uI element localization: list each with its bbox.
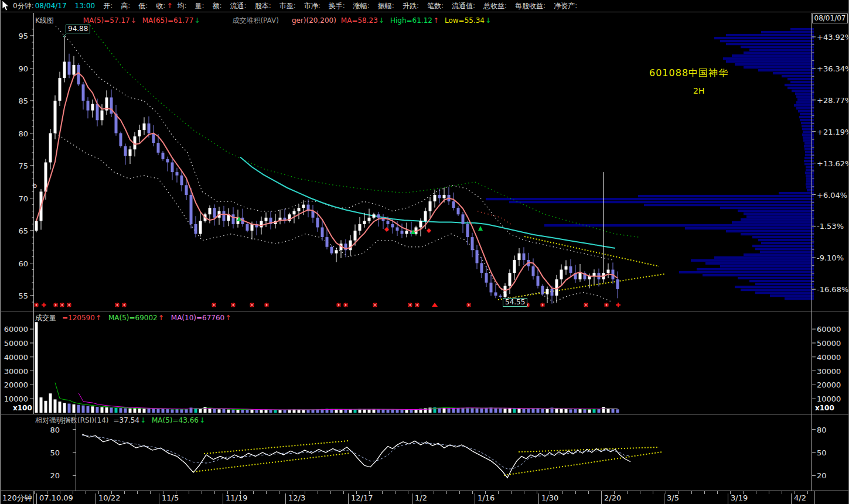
time-axis-date: 3/19 [728,493,748,504]
time-axis-date: 3/5 [664,493,679,504]
quote-field-label: 涨幅: [353,1,370,11]
quote-date: 08/04/17 [35,2,67,10]
time-axis-date: 1/30 [538,493,558,504]
quote-time: 13:00 [75,2,96,10]
quote-field-label: 换手: [329,1,345,11]
quote-field-label: 低: [138,1,148,11]
timeframe-box[interactable]: 120分钟 [0,491,34,504]
time-axis-date: 12/3 [285,493,305,504]
time-axis-date: 11/5 [159,493,179,504]
mouse-cursor-icon [2,1,10,11]
quote-field-label: 开: [103,1,112,11]
quote-field-label: ↑ [166,2,172,10]
quote-fields: 开:高:低:收:↑均:量:额:流通:股本:市盈:市净:换手:涨幅:振幅:升跌:笔… [95,1,577,11]
stock-charting-app-window: 0分钟: 08/04/17 13:00 开:高:低:收:↑均:量:额:流通:股本… [0,0,849,504]
period-indicator: 0分钟: [13,1,34,11]
quote-field-label: 市盈: [279,1,296,11]
quote-field-label: 净资产: [554,1,577,11]
quote-field-label: 股本: [255,1,271,11]
quote-field-label: 升跌: [403,1,419,11]
quote-field-label: 总收益: [483,1,507,11]
time-axis-date: 1/2 [412,493,427,504]
quote-field-label: 流通值: [452,1,475,11]
charts-canvas[interactable] [0,0,849,504]
time-axis-right-box [814,491,848,504]
quote-field-label: 流通: [230,1,247,11]
quote-field-label: 每股收益: [515,1,545,11]
quote-field-label: 高: [121,1,130,11]
quote-field-label: 均: [177,1,186,11]
time-axis-date: 07.10.09 [36,493,73,504]
top-info-bar: 0分钟: 08/04/17 13:00 开:高:低:收:↑均:量:额:流通:股本… [0,0,849,12]
quote-field-label: 市净: [304,1,320,11]
quote-field-label: 振幅: [378,1,394,11]
time-axis-date: 10/22 [96,493,120,504]
window-left-edge [0,0,1,504]
quote-field-label: 笔数: [427,1,444,11]
time-axis-date: 1/16 [475,493,495,504]
quote-field-label: 收: [156,1,165,11]
time-axis-bar: 120分钟 07.10.0910/2211/511/1912/312/171/2… [0,491,849,504]
time-axis-date: 4/2 [791,493,806,504]
quote-field-label: 量: [195,1,204,11]
time-axis-date: 12/17 [348,493,373,504]
time-axis-date: 11/19 [223,493,247,504]
quote-field-label: 额: [213,1,222,11]
time-axis-date: 2/20 [601,493,621,504]
